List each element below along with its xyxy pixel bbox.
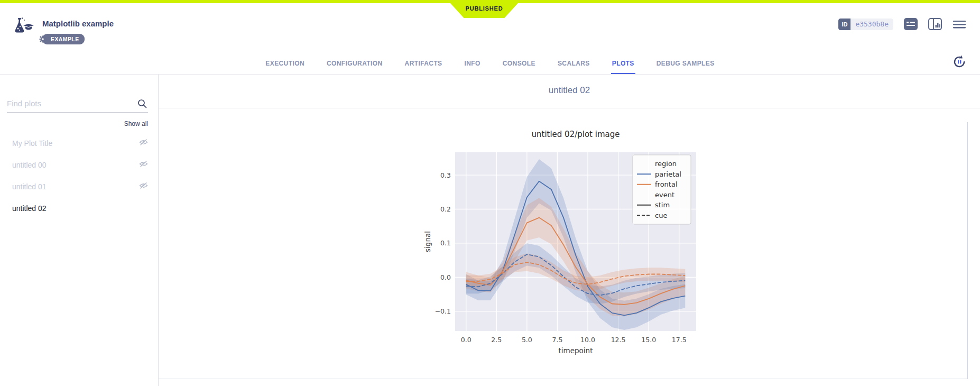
legend-label-event: event: [655, 191, 674, 199]
plot-list-item-my-plot-title[interactable]: My Plot Title: [7, 132, 148, 154]
status-color-bar: [0, 0, 980, 3]
plot-list: My Plot Titleuntitled 00untitled 01untit…: [7, 132, 148, 219]
panel-chart-icon: [928, 18, 942, 30]
x-tick-label: 10.0: [580, 336, 595, 344]
id-value: e3530b8e: [850, 19, 893, 30]
eye-off-icon[interactable]: [139, 182, 148, 191]
legend-label-stim: stim: [655, 201, 670, 209]
experiment-title: Matplotlib example: [42, 19, 114, 28]
tab-scalars[interactable]: SCALARS: [557, 60, 591, 74]
experiment-tabs: EXECUTIONCONFIGURATIONARTIFACTSINFOCONSO…: [0, 58, 980, 74]
comments-icon: [904, 18, 918, 30]
x-tick-label: 15.0: [641, 336, 656, 344]
experiment-logo-icon: [12, 17, 34, 40]
y-tick-label: 0.0: [440, 273, 451, 281]
y-tick-label: 0.3: [440, 171, 451, 179]
plot-group-heading: untitled 02: [159, 85, 980, 96]
tab-info[interactable]: INFO: [464, 60, 482, 74]
x-tick-label: 17.5: [672, 336, 687, 344]
tab-console[interactable]: CONSOLE: [502, 60, 537, 74]
y-axis-label: signal: [423, 231, 432, 252]
x-tick-label: 0.0: [461, 336, 471, 344]
plot-card: 0.02.55.07.510.012.515.017.50.30.20.10.0…: [159, 108, 980, 379]
search-input[interactable]: [7, 99, 128, 108]
comments-button[interactable]: [904, 18, 918, 30]
search-icon: [137, 99, 147, 111]
legend-label-cue: cue: [655, 212, 667, 219]
x-tick-label: 7.5: [552, 336, 563, 344]
y-tick-label: 0.1: [440, 239, 451, 247]
tab-artifacts[interactable]: ARTIFACTS: [404, 60, 443, 74]
plot-card-inner: 0.02.55.07.510.012.515.017.50.30.20.10.0…: [159, 122, 968, 379]
auto-refresh-button[interactable]: [951, 54, 967, 70]
plots-main-area: untitled 02 0.02.55.07.510.012.515.017.5…: [159, 75, 980, 386]
x-axis-label: timepoint: [559, 346, 593, 355]
plot-item-label: My Plot Title: [12, 139, 52, 148]
plot-figure: 0.02.55.07.510.012.515.017.50.30.20.10.0…: [412, 122, 714, 365]
plot-title: untitled 02/plot image: [531, 130, 620, 139]
eye-off-icon[interactable]: [139, 139, 148, 148]
plot-list-item-untitled-00[interactable]: untitled 00: [7, 154, 148, 176]
legend-label-parietal: parietal: [655, 170, 681, 178]
status-label: PUBLISHED: [466, 5, 503, 12]
refresh-pause-icon: [951, 54, 967, 70]
tab-execution[interactable]: EXECUTION: [264, 60, 306, 74]
plot-item-label: untitled 01: [12, 182, 47, 191]
show-all-link[interactable]: Show all: [7, 120, 148, 127]
y-tick-label: −0.1: [435, 307, 451, 315]
fmri-line-chart: 0.02.55.07.510.012.515.017.50.30.20.10.0…: [412, 122, 714, 363]
x-tick-label: 5.0: [522, 336, 532, 344]
eye-off-icon[interactable]: [139, 160, 148, 170]
plot-search: [7, 99, 148, 113]
hamburger-icon: [953, 19, 966, 30]
tab-debug-samples[interactable]: DEBUG SAMPLES: [655, 60, 716, 74]
legend-label-region: region: [655, 160, 677, 168]
y-tick-label: 0.2: [440, 205, 451, 213]
plot-list-item-untitled-01[interactable]: untitled 01: [7, 176, 148, 197]
plot-list-item-untitled-02[interactable]: untitled 02: [7, 197, 148, 219]
tab-plots[interactable]: PLOTS: [611, 60, 635, 74]
gear-icon: [39, 35, 47, 44]
plot-item-label: untitled 02: [12, 204, 47, 213]
id-label: ID: [838, 19, 850, 30]
details-panel-button[interactable]: [928, 18, 942, 30]
tab-configuration[interactable]: CONFIGURATION: [326, 60, 384, 74]
menu-button[interactable]: [953, 19, 966, 30]
x-tick-label: 2.5: [491, 336, 502, 344]
example-tag: EXAMPLE: [42, 34, 85, 44]
experiment-id-badge: ID e3530b8e: [838, 19, 893, 30]
x-tick-label: 12.5: [611, 336, 626, 344]
legend-label-frontal: frontal: [655, 180, 678, 188]
clearml-experiment-page: PUBLISHED Matplotlib example: [0, 0, 980, 386]
example-tag-label: EXAMPLE: [51, 36, 79, 42]
plot-item-label: untitled 00: [12, 161, 47, 169]
plots-sidebar: Show all My Plot Titleuntitled 00untitle…: [0, 75, 159, 386]
legend: regionparietalfrontaleventstimcue: [633, 155, 691, 224]
